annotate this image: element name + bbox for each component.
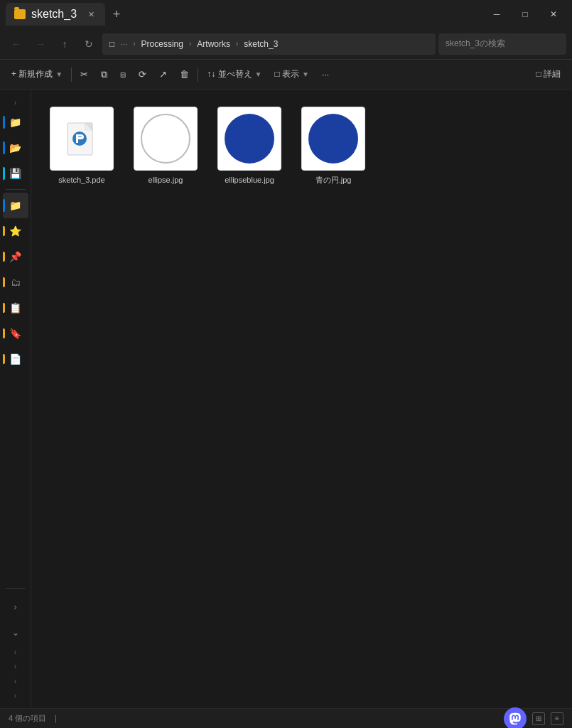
- mastodon-svg: [508, 712, 522, 726]
- bottom-separator: [6, 588, 26, 589]
- more-label: ···: [322, 70, 329, 80]
- active-tab[interactable]: sketch_3 ✕: [6, 3, 105, 26]
- content-area: sketch_3.pde ellipse.jpg ellipseblue.jpg: [31, 90, 572, 708]
- ellipseblue-preview: [225, 114, 274, 164]
- title-bar: sketch_3 ✕ + ─ □ ✕: [0, 0, 572, 28]
- sidebar-items: › 📁 📂 💾 📁: [0, 95, 31, 372]
- refresh-button[interactable]: ↻: [78, 33, 99, 55]
- toolbar-separator-2: [198, 68, 198, 82]
- share-button[interactable]: ↗: [153, 64, 173, 85]
- path-segment-processing[interactable]: Processing: [139, 38, 186, 50]
- sidebar-thin: › 📁 📂 💾 📁: [0, 90, 31, 708]
- sidebar-icon-y1[interactable]: ⭐: [3, 218, 28, 244]
- window-controls: ─ □ ✕: [484, 4, 566, 24]
- minimize-button[interactable]: ─: [484, 4, 509, 24]
- sub-item-1[interactable]: ›: [3, 646, 28, 659]
- search-placeholder: sketch_3の検索: [446, 38, 505, 50]
- rename-button[interactable]: ⟳: [133, 64, 152, 85]
- toolbar-separator-1: [71, 68, 72, 82]
- share-icon: ↗: [159, 69, 167, 80]
- details-button[interactable]: □ 詳細: [530, 64, 566, 85]
- sidebar-bottom-collapse[interactable]: ⌄: [3, 620, 28, 646]
- file-name-ellipse: ellipse.jpg: [149, 175, 183, 185]
- copy-button[interactable]: ⧉: [95, 64, 113, 85]
- sidebar-icon-2[interactable]: 📂: [3, 135, 28, 161]
- path-segment-sketch3[interactable]: sketch_3: [241, 38, 281, 50]
- sidebar-icon-y6[interactable]: 📄: [3, 346, 28, 372]
- path-sep-2: ›: [189, 40, 191, 48]
- file-name-ellipseblue: ellipseblue.jpg: [225, 175, 274, 185]
- status-bar: 4 個の項目 ｜ ⊞ ≡: [0, 708, 572, 728]
- status-separator: ｜: [52, 713, 60, 724]
- sidebar-icon-y2[interactable]: 📌: [3, 244, 28, 269]
- up-button[interactable]: ↑: [54, 33, 75, 55]
- delete-icon: 🗑: [180, 69, 189, 80]
- pde-logo: [64, 119, 99, 159]
- search-box[interactable]: sketch_3の検索: [438, 33, 566, 55]
- file-item-sketch3pde[interactable]: sketch_3.pde: [43, 101, 121, 191]
- path-sep-3: ›: [236, 40, 238, 48]
- pde-svg: [64, 119, 99, 159]
- sidebar-separator: [6, 189, 26, 190]
- sidebar-icon-1[interactable]: 📁: [3, 109, 28, 135]
- details-label: □ 詳細: [536, 68, 561, 80]
- file-name-sketch3pde: sketch_3.pde: [58, 175, 104, 185]
- paste-button[interactable]: ⧇: [114, 64, 131, 85]
- forward-button[interactable]: →: [30, 33, 51, 55]
- sub-item-3[interactable]: ›: [3, 675, 28, 688]
- sidebar-bottom-expand[interactable]: ›: [3, 594, 28, 620]
- aonoen-preview: [308, 114, 358, 164]
- ellipse-preview: [141, 114, 190, 164]
- new-item-button[interactable]: + 新規作成 ▼: [6, 64, 68, 85]
- new-tab-button[interactable]: +: [105, 3, 128, 26]
- status-icon-1[interactable]: ⊞: [532, 712, 545, 725]
- status-icon-2[interactable]: ≡: [551, 712, 563, 725]
- close-button[interactable]: ✕: [541, 4, 566, 24]
- view-button[interactable]: □ 表示 ▼: [269, 64, 315, 85]
- sidebar-collapse-top[interactable]: ›: [3, 95, 28, 109]
- file-icon-ellipseblue: [217, 107, 281, 171]
- sub-item-2[interactable]: ›: [3, 660, 28, 674]
- sidebar-icon-y4[interactable]: 📋: [3, 295, 28, 321]
- sort-button[interactable]: ↑↓ 並べ替え ▼: [201, 64, 267, 85]
- file-item-ellipse[interactable]: ellipse.jpg: [126, 101, 205, 191]
- file-item-ellipseblue[interactable]: ellipseblue.jpg: [210, 101, 288, 191]
- file-icon-pde: [50, 107, 114, 171]
- path-segment-artworks[interactable]: Artworks: [194, 38, 233, 50]
- toolbar: + 新規作成 ▼ ✂ ⧉ ⧇ ⟳ ↗ 🗑 ↑↓ 並べ替え ▼ □ 表示 ▼ ··…: [0, 60, 572, 90]
- cut-icon: ✂: [80, 69, 88, 80]
- sidebar-icon-active[interactable]: 📁: [3, 193, 28, 218]
- file-name-aonoen: 青の円.jpg: [315, 175, 352, 185]
- rename-icon: ⟳: [139, 69, 146, 80]
- tab-folder-icon: [14, 9, 26, 19]
- maximize-button[interactable]: □: [512, 4, 538, 24]
- address-bar: ← → ↑ ↻ □ ··· › Processing › Artworks › …: [0, 28, 572, 60]
- file-icon-aonoen: [301, 107, 365, 171]
- bottom-nav: › ⌄ › › › ›: [0, 582, 31, 702]
- sidebar-icon-3[interactable]: 💾: [3, 161, 28, 186]
- more-button[interactable]: ···: [316, 64, 335, 85]
- file-item-aonoen[interactable]: 青の円.jpg: [294, 101, 372, 191]
- paste-icon: ⧇: [120, 69, 126, 80]
- path-dots[interactable]: ···: [117, 38, 130, 50]
- sidebar-icon-y3[interactable]: 🗂: [3, 269, 28, 295]
- mastodon-icon[interactable]: [504, 707, 527, 729]
- view-label: □ 表示: [275, 68, 300, 80]
- bottom-sub-items: › › › ›: [3, 646, 28, 702]
- sidebar-icon-y5[interactable]: 🔖: [3, 321, 28, 346]
- status-bar-right: ⊞ ≡: [504, 707, 563, 729]
- sort-label: ↑↓ 並べ替え: [207, 68, 252, 80]
- path-sep-1: ›: [133, 40, 135, 48]
- file-icon-ellipse: [134, 107, 198, 171]
- back-button[interactable]: ←: [6, 33, 27, 55]
- tab-close-button[interactable]: ✕: [85, 9, 97, 20]
- address-path[interactable]: □ ··· › Processing › Artworks › sketch_3: [102, 33, 436, 55]
- new-item-label: + 新規作成: [11, 68, 53, 80]
- cut-button[interactable]: ✂: [75, 64, 94, 85]
- main-layout: › 📁 📂 💾 📁: [0, 90, 572, 708]
- sub-item-4[interactable]: ›: [3, 690, 28, 703]
- file-grid: sketch_3.pde ellipse.jpg ellipseblue.jpg: [43, 101, 561, 191]
- copy-icon: ⧉: [101, 69, 107, 80]
- delete-button[interactable]: 🗑: [174, 64, 195, 85]
- path-icon: □: [109, 39, 114, 49]
